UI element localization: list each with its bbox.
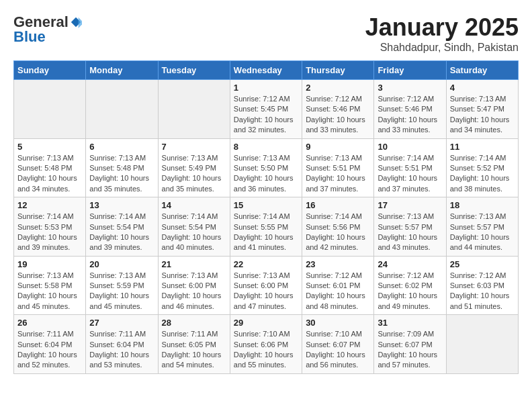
- day-info: Sunrise: 7:14 AM Sunset: 5:56 PM Dayligh…: [306, 212, 370, 253]
- day-info: Sunrise: 7:09 AM Sunset: 6:07 PM Dayligh…: [378, 329, 442, 371]
- calendar-cell: 16Sunrise: 7:14 AM Sunset: 5:56 PM Dayli…: [302, 197, 374, 257]
- day-number: 29: [234, 318, 298, 328]
- day-info: Sunrise: 7:12 AM Sunset: 6:03 PM Dayligh…: [450, 271, 515, 312]
- day-number: 20: [89, 259, 154, 269]
- calendar-cell: 27Sunrise: 7:11 AM Sunset: 6:04 PM Dayli…: [86, 315, 158, 374]
- day-info: Sunrise: 7:13 AM Sunset: 5:58 PM Dayligh…: [17, 271, 82, 312]
- day-number: 9: [306, 142, 370, 152]
- calendar-cell: 26Sunrise: 7:11 AM Sunset: 6:04 PM Dayli…: [14, 315, 86, 374]
- day-info: Sunrise: 7:10 AM Sunset: 6:06 PM Dayligh…: [234, 329, 298, 371]
- day-number: 24: [378, 259, 442, 269]
- page-header: General Blue January 2025 Shahdadpur, Si…: [13, 13, 519, 54]
- calendar-cell: 5Sunrise: 7:13 AM Sunset: 5:48 PM Daylig…: [14, 138, 86, 197]
- day-number: 15: [234, 200, 298, 210]
- weekday-header-row: SundayMondayTuesdayWednesdayThursdayFrid…: [14, 61, 519, 80]
- calendar-cell: 11Sunrise: 7:14 AM Sunset: 5:52 PM Dayli…: [446, 138, 518, 197]
- day-info: Sunrise: 7:13 AM Sunset: 5:57 PM Dayligh…: [450, 212, 515, 253]
- day-number: 8: [234, 142, 298, 152]
- calendar-cell: 15Sunrise: 7:14 AM Sunset: 5:55 PM Dayli…: [230, 197, 302, 257]
- title-block: January 2025 Shahdadpur, Sindh, Pakistan: [365, 13, 519, 54]
- calendar-cell: 30Sunrise: 7:10 AM Sunset: 6:07 PM Dayli…: [302, 315, 374, 374]
- day-info: Sunrise: 7:12 AM Sunset: 6:02 PM Dayligh…: [378, 271, 442, 312]
- calendar-cell: 31Sunrise: 7:09 AM Sunset: 6:07 PM Dayli…: [374, 315, 446, 374]
- calendar-cell: 7Sunrise: 7:13 AM Sunset: 5:49 PM Daylig…: [158, 138, 230, 197]
- day-number: 3: [378, 83, 442, 93]
- day-number: 7: [162, 142, 226, 152]
- calendar-week-row: 19Sunrise: 7:13 AM Sunset: 5:58 PM Dayli…: [14, 256, 519, 315]
- day-info: Sunrise: 7:14 AM Sunset: 5:51 PM Dayligh…: [378, 153, 442, 195]
- day-number: 2: [306, 83, 370, 93]
- weekday-header-sunday: Sunday: [14, 61, 86, 80]
- day-info: Sunrise: 7:13 AM Sunset: 5:59 PM Dayligh…: [89, 271, 154, 312]
- day-number: 27: [89, 318, 154, 328]
- weekday-header-monday: Monday: [86, 61, 158, 80]
- calendar-cell: 29Sunrise: 7:10 AM Sunset: 6:06 PM Dayli…: [230, 315, 302, 374]
- calendar-week-row: 26Sunrise: 7:11 AM Sunset: 6:04 PM Dayli…: [14, 315, 519, 374]
- day-info: Sunrise: 7:14 AM Sunset: 5:53 PM Dayligh…: [17, 212, 82, 253]
- calendar-cell: 24Sunrise: 7:12 AM Sunset: 6:02 PM Dayli…: [374, 256, 446, 315]
- day-number: 5: [17, 142, 82, 152]
- weekday-header-friday: Friday: [374, 61, 446, 80]
- day-info: Sunrise: 7:13 AM Sunset: 5:50 PM Dayligh…: [234, 153, 298, 195]
- weekday-header-tuesday: Tuesday: [158, 61, 230, 80]
- calendar-title: January 2025: [365, 13, 519, 42]
- day-info: Sunrise: 7:12 AM Sunset: 6:01 PM Dayligh…: [306, 271, 370, 312]
- day-number: 30: [306, 318, 370, 328]
- day-number: 6: [89, 142, 154, 152]
- day-number: 19: [17, 259, 82, 269]
- calendar-cell: 10Sunrise: 7:14 AM Sunset: 5:51 PM Dayli…: [374, 138, 446, 197]
- day-info: Sunrise: 7:14 AM Sunset: 5:54 PM Dayligh…: [162, 212, 226, 253]
- day-info: Sunrise: 7:14 AM Sunset: 5:54 PM Dayligh…: [89, 212, 154, 253]
- day-number: 16: [306, 200, 370, 210]
- calendar-cell: 8Sunrise: 7:13 AM Sunset: 5:50 PM Daylig…: [230, 138, 302, 197]
- day-info: Sunrise: 7:13 AM Sunset: 5:48 PM Dayligh…: [89, 153, 154, 195]
- day-number: 23: [306, 259, 370, 269]
- calendar-cell: 25Sunrise: 7:12 AM Sunset: 6:03 PM Dayli…: [446, 256, 518, 315]
- day-number: 22: [234, 259, 298, 269]
- calendar-cell: 1Sunrise: 7:12 AM Sunset: 5:45 PM Daylig…: [230, 80, 302, 139]
- day-info: Sunrise: 7:12 AM Sunset: 5:46 PM Dayligh…: [306, 94, 370, 136]
- weekday-header-wednesday: Wednesday: [230, 61, 302, 80]
- calendar-cell: 9Sunrise: 7:13 AM Sunset: 5:51 PM Daylig…: [302, 138, 374, 197]
- day-number: 11: [450, 142, 515, 152]
- day-number: 10: [378, 142, 442, 152]
- day-number: 21: [162, 259, 226, 269]
- calendar-cell: 6Sunrise: 7:13 AM Sunset: 5:48 PM Daylig…: [86, 138, 158, 197]
- day-info: Sunrise: 7:11 AM Sunset: 6:05 PM Dayligh…: [162, 329, 226, 371]
- logo: General Blue: [13, 13, 82, 46]
- day-number: 1: [234, 83, 298, 93]
- day-info: Sunrise: 7:13 AM Sunset: 5:57 PM Dayligh…: [378, 212, 442, 253]
- day-info: Sunrise: 7:13 AM Sunset: 5:49 PM Dayligh…: [162, 153, 226, 195]
- calendar-week-row: 5Sunrise: 7:13 AM Sunset: 5:48 PM Daylig…: [14, 138, 519, 197]
- day-info: Sunrise: 7:14 AM Sunset: 5:52 PM Dayligh…: [450, 153, 515, 195]
- day-info: Sunrise: 7:13 AM Sunset: 5:48 PM Dayligh…: [17, 153, 82, 195]
- calendar-cell: 18Sunrise: 7:13 AM Sunset: 5:57 PM Dayli…: [446, 197, 518, 257]
- calendar-table: SundayMondayTuesdayWednesdayThursdayFrid…: [13, 60, 519, 374]
- day-number: 12: [17, 200, 82, 210]
- calendar-week-row: 1Sunrise: 7:12 AM Sunset: 5:45 PM Daylig…: [14, 80, 519, 139]
- day-number: 17: [378, 200, 442, 210]
- calendar-subtitle: Shahdadpur, Sindh, Pakistan: [365, 42, 519, 54]
- day-info: Sunrise: 7:13 AM Sunset: 6:00 PM Dayligh…: [162, 271, 226, 312]
- calendar-cell: 17Sunrise: 7:13 AM Sunset: 5:57 PM Dayli…: [374, 197, 446, 257]
- day-number: 14: [162, 200, 226, 210]
- calendar-cell: 12Sunrise: 7:14 AM Sunset: 5:53 PM Dayli…: [14, 197, 86, 257]
- day-number: 31: [378, 318, 442, 328]
- calendar-cell: 20Sunrise: 7:13 AM Sunset: 5:59 PM Dayli…: [86, 256, 158, 315]
- calendar-cell: 13Sunrise: 7:14 AM Sunset: 5:54 PM Dayli…: [86, 197, 158, 257]
- day-info: Sunrise: 7:12 AM Sunset: 5:46 PM Dayligh…: [378, 94, 442, 136]
- calendar-cell: 28Sunrise: 7:11 AM Sunset: 6:05 PM Dayli…: [158, 315, 230, 374]
- day-number: 4: [450, 83, 515, 93]
- day-info: Sunrise: 7:14 AM Sunset: 5:55 PM Dayligh…: [234, 212, 298, 253]
- day-number: 18: [450, 200, 515, 210]
- calendar-cell: 14Sunrise: 7:14 AM Sunset: 5:54 PM Dayli…: [158, 197, 230, 257]
- weekday-header-thursday: Thursday: [302, 61, 374, 80]
- day-number: 25: [450, 259, 515, 269]
- day-number: 13: [89, 200, 154, 210]
- calendar-cell: 2Sunrise: 7:12 AM Sunset: 5:46 PM Daylig…: [302, 80, 374, 139]
- day-number: 26: [17, 318, 82, 328]
- calendar-cell: [86, 80, 158, 139]
- calendar-cell: 22Sunrise: 7:13 AM Sunset: 6:00 PM Dayli…: [230, 256, 302, 315]
- day-info: Sunrise: 7:13 AM Sunset: 6:00 PM Dayligh…: [234, 271, 298, 312]
- weekday-header-saturday: Saturday: [446, 61, 518, 80]
